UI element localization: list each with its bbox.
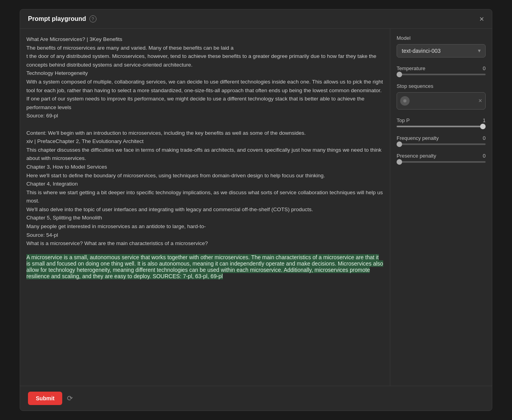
- model-field-group: Model text-davinci-003 ▼: [397, 35, 486, 58]
- modal-header: Prompt playground ? ×: [20, 9, 492, 29]
- modal-footer: Submit ⟳: [20, 386, 492, 411]
- content-text: What Are Microservices? | 3Key Benefits …: [26, 35, 384, 248]
- frequency-penalty-row: Frequency penalty 0: [397, 135, 486, 141]
- presence-penalty-label: Presence penalty: [397, 153, 436, 159]
- modal: Prompt playground ? × What Are Microserv…: [20, 9, 492, 411]
- top-p-value: 1: [483, 117, 486, 123]
- modal-body: What Are Microservices? | 3Key Benefits …: [20, 29, 492, 386]
- close-button[interactable]: ×: [479, 15, 484, 23]
- stop-sequences-box[interactable]: ×: [397, 92, 486, 110]
- frequency-penalty-label: Frequency penalty: [397, 135, 439, 141]
- model-select-wrapper: text-davinci-003 ▼: [397, 44, 486, 58]
- stop-seq-clear[interactable]: ×: [479, 97, 482, 104]
- top-p-label: Top P: [397, 117, 410, 123]
- temperature-field-group: Temperature 0: [397, 65, 486, 75]
- temperature-value: 0: [483, 65, 486, 71]
- svg-point-0: [403, 99, 406, 102]
- temperature-label: Temperature: [397, 65, 425, 71]
- temperature-slider[interactable]: [397, 74, 486, 75]
- top-p-row: Top P 1: [397, 117, 486, 123]
- model-select[interactable]: text-davinci-003: [397, 44, 486, 58]
- temperature-row: Temperature 0: [397, 65, 486, 71]
- stop-sequences-field-group: Stop sequences ×: [397, 83, 486, 110]
- stop-seq-icon: [403, 99, 407, 103]
- model-label: Model: [397, 35, 486, 41]
- content-area[interactable]: What Are Microservices? | 3Key Benefits …: [20, 29, 390, 386]
- header-left: Prompt playground ?: [28, 15, 96, 22]
- stop-seq-chip: [400, 96, 410, 106]
- presence-penalty-value: 0: [483, 153, 486, 159]
- sidebar: Model text-davinci-003 ▼ Temperature 0: [390, 29, 492, 386]
- presence-penalty-slider[interactable]: [397, 161, 486, 163]
- top-p-field-group: Top P 1: [397, 117, 486, 127]
- presence-penalty-row: Presence penalty 0: [397, 153, 486, 159]
- help-icon[interactable]: ?: [89, 15, 96, 22]
- frequency-penalty-value: 0: [483, 135, 486, 141]
- highlighted-text: A microservice is a small, autonomous se…: [26, 254, 383, 279]
- history-icon[interactable]: ⟳: [67, 394, 73, 403]
- modal-title: Prompt playground: [28, 15, 86, 22]
- frequency-penalty-slider[interactable]: [397, 143, 486, 145]
- presence-penalty-field-group: Presence penalty 0: [397, 153, 486, 163]
- stop-sequences-label: Stop sequences: [397, 83, 486, 89]
- submit-button[interactable]: Submit: [28, 392, 62, 405]
- top-p-slider[interactable]: [397, 126, 486, 127]
- frequency-penalty-field-group: Frequency penalty 0: [397, 135, 486, 145]
